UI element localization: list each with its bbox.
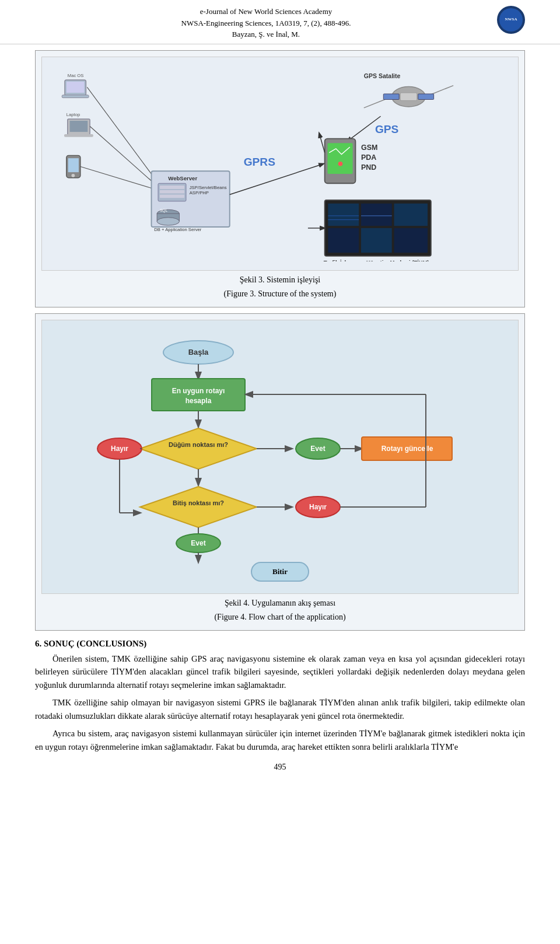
section-6-para3: Ayrıca bu sistem, araç navigasyon sistem… — [35, 727, 525, 753]
svg-rect-51 — [361, 228, 392, 252]
page-number: 495 — [35, 763, 525, 772]
svg-text:Düğüm noktası mı?: Düğüm noktası mı? — [169, 441, 228, 448]
journal-logo: NWSA — [497, 6, 525, 34]
svg-rect-18 — [62, 95, 89, 97]
svg-text:En uygun rotayı: En uygun rotayı — [172, 387, 225, 395]
svg-rect-33 — [160, 186, 184, 189]
svg-rect-7 — [418, 93, 434, 99]
page-content: GPS Satalite GPS G — [0, 50, 560, 772]
figure-3-container: GPS Satalite GPS G — [35, 50, 525, 307]
figure-4-caption-en: (Figure 4. Flow chart of the application… — [41, 613, 519, 622]
svg-text:ASP/PHP: ASP/PHP — [190, 190, 209, 195]
svg-rect-34 — [160, 190, 184, 193]
header-line2: NWSA-Engineering Sciences, 1A0319, 7, (2… — [35, 18, 497, 29]
svg-text:DB + Application Server: DB + Application Server — [154, 226, 202, 232]
svg-point-12 — [338, 161, 343, 166]
gps-system-svg: GPS Satalite GPS G — [51, 66, 509, 261]
figure-4-caption-tr: Şekil 4. Uygulamanın akış şeması — [41, 599, 519, 608]
header-line3: Bayzan, Ş. ve İnal, M. — [35, 29, 497, 40]
svg-rect-52 — [394, 228, 428, 252]
flowchart-svg: Başla En uygun rotayı hesapla Düğüm nokt… — [76, 332, 484, 565]
svg-rect-25 — [68, 158, 79, 172]
svg-text:Laptop: Laptop — [66, 112, 80, 117]
fig3-caption-en-text: (Figure 3. Structure of the system) — [224, 289, 337, 298]
fig3-caption-tr-text: Şekil 3. Sistemin işleyişi — [240, 275, 320, 284]
fig4-caption-tr-text: Şekil 4. Uygulamanın akış şeması — [225, 599, 335, 607]
svg-text:Trafik İzleme ve Yönetim Merke: Trafik İzleme ve Yönetim Merkezi (TİYM) — [324, 259, 429, 261]
svg-rect-5 — [400, 93, 417, 100]
header-line1: e-Journal of New World Sciences Academy — [35, 6, 497, 18]
svg-text:Bitiş noktası mı?: Bitiş noktası mı? — [173, 499, 224, 506]
svg-rect-47 — [328, 203, 359, 225]
svg-text:WebServer: WebServer — [168, 174, 197, 181]
fig4-caption-en-text: (Figure 4. Flow chart of the application… — [214, 613, 345, 621]
section-6: 6. SONUÇ (CONCLUSIONS) Önerilen sistem, … — [35, 639, 525, 753]
svg-text:Hayır: Hayır — [309, 503, 327, 511]
svg-text:JSP/Servlet/Beans: JSP/Servlet/Beans — [190, 184, 227, 190]
svg-point-40 — [157, 217, 179, 225]
svg-rect-48 — [361, 203, 392, 225]
svg-text:GPRS: GPRS — [244, 155, 276, 167]
fc-bitir-label: Bitir — [251, 562, 309, 582]
svg-text:PDA: PDA — [361, 153, 376, 162]
svg-text:SQL: SQL — [160, 208, 168, 213]
figure-4-container: Başla En uygun rotayı hesapla Düğüm nokt… — [35, 313, 525, 631]
svg-rect-17 — [66, 81, 85, 92]
svg-text:PND: PND — [361, 163, 376, 172]
svg-text:Evet: Evet — [310, 445, 325, 453]
svg-rect-21 — [70, 120, 88, 131]
svg-rect-35 — [160, 194, 184, 198]
page-header: e-Journal of New World Sciences Academy … — [0, 0, 560, 44]
svg-rect-0 — [51, 66, 509, 261]
svg-text:GSM: GSM — [361, 143, 377, 151]
section-6-para1: Önerilen sistem, TMK özelliğine sahip GP… — [35, 652, 525, 691]
logo-text: NWSA — [505, 18, 517, 22]
svg-text:GPS Satalite: GPS Satalite — [364, 72, 401, 79]
svg-text:GPS: GPS — [375, 123, 399, 135]
svg-rect-49 — [394, 203, 428, 225]
svg-rect-50 — [328, 228, 359, 252]
svg-text:Hayır: Hayır — [111, 445, 128, 453]
svg-text:hesapla: hesapla — [186, 397, 212, 405]
svg-text:Başla: Başla — [188, 348, 209, 356]
svg-rect-22 — [64, 134, 93, 137]
figure-3-caption-en: (Figure 3. Structure of the system) — [41, 289, 519, 299]
figure-3-caption-tr: Şekil 3. Sistemin işleyişi — [41, 275, 519, 285]
svg-point-26 — [71, 173, 75, 177]
section-6-para2: TMK özelliğine sahip olmayan bir navigas… — [35, 696, 525, 722]
svg-text:Mac OS: Mac OS — [68, 73, 84, 78]
figure-3-diagram: GPS Satalite GPS G — [41, 57, 519, 271]
figure-4-flowchart: Başla En uygun rotayı hesapla Düğüm nokt… — [41, 320, 519, 594]
header-text: e-Journal of New World Sciences Academy … — [35, 6, 497, 40]
svg-text:Evet: Evet — [191, 539, 205, 547]
section-6-title: 6. SONUÇ (CONCLUSIONS) — [35, 639, 525, 649]
svg-rect-6 — [383, 93, 399, 99]
